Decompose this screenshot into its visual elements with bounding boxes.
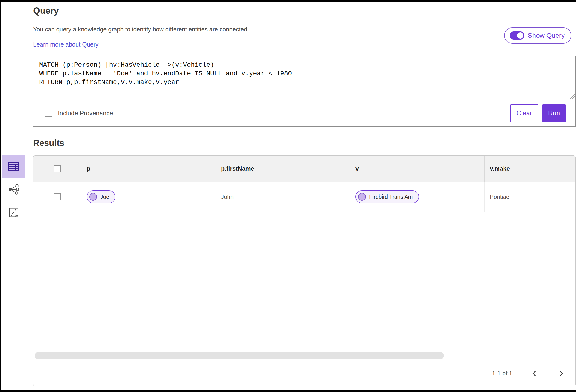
toggle-switch-icon bbox=[510, 31, 524, 40]
query-editor: MATCH (p:Person)-[hv:HasVehicle]->(v:Veh… bbox=[33, 56, 575, 100]
map-view-button[interactable] bbox=[2, 201, 25, 224]
horizontal-scrollbar-thumb[interactable] bbox=[34, 352, 444, 359]
entity-pill-person[interactable]: Joe bbox=[87, 190, 115, 203]
include-provenance-option[interactable]: Include Provenance bbox=[45, 109, 113, 117]
query-panel: MATCH (p:Person)-[hv:HasVehicle]->(v:Veh… bbox=[33, 56, 576, 126]
row-select-cell bbox=[33, 182, 81, 212]
page-description: You can query a knowledge graph to ident… bbox=[33, 26, 393, 33]
column-header-v-make[interactable]: v.make bbox=[485, 155, 575, 182]
include-provenance-checkbox[interactable] bbox=[45, 110, 52, 117]
show-query-toggle[interactable]: Show Query bbox=[504, 27, 572, 44]
entity-avatar-icon bbox=[358, 193, 366, 201]
resize-handle-icon[interactable] bbox=[570, 94, 575, 99]
column-header-p-firstname[interactable]: p.firstName bbox=[216, 155, 350, 182]
entity-avatar-icon bbox=[89, 193, 97, 201]
cell-p: Joe bbox=[81, 182, 216, 212]
view-rail bbox=[1, 155, 33, 386]
results-title: Results bbox=[33, 138, 576, 148]
cell-firstname-value: John bbox=[221, 193, 233, 200]
map-icon bbox=[9, 207, 19, 218]
entity-pill-label: Joe bbox=[100, 194, 109, 200]
table-row: Joe John Firebird Trans Am Pontiac bbox=[33, 182, 575, 212]
previous-page-button[interactable] bbox=[530, 369, 539, 378]
entity-pill-vehicle[interactable]: Firebird Trans Am bbox=[355, 190, 419, 203]
chevron-left-icon bbox=[531, 370, 538, 377]
toggle-knob bbox=[517, 32, 523, 39]
table-header-row: p p.firstName v v.make bbox=[33, 155, 575, 182]
learn-more-link[interactable]: Learn more about Query bbox=[33, 41, 98, 48]
cell-firstname: John bbox=[216, 182, 350, 212]
column-header-v[interactable]: v bbox=[350, 155, 485, 182]
table-icon bbox=[8, 161, 19, 172]
chevron-right-icon bbox=[558, 370, 564, 377]
cell-v: Firebird Trans Am bbox=[350, 182, 485, 212]
cell-make-value: Pontiac bbox=[490, 193, 509, 200]
clear-button[interactable]: Clear bbox=[511, 104, 538, 122]
network-view-button[interactable] bbox=[2, 178, 25, 201]
show-query-label: Show Query bbox=[528, 32, 565, 39]
query-footer: Include Provenance Clear Run bbox=[33, 100, 575, 126]
select-all-checkbox[interactable] bbox=[54, 165, 61, 172]
horizontal-scrollbar bbox=[33, 352, 575, 361]
include-provenance-label: Include Provenance bbox=[58, 109, 113, 117]
pagination-range: 1-1 of 1 bbox=[492, 370, 512, 377]
query-page: Query You can query a knowledge graph to… bbox=[0, 0, 576, 392]
entity-pill-label: Firebird Trans Am bbox=[369, 194, 413, 200]
select-all-cell bbox=[33, 155, 81, 182]
page-title: Query bbox=[33, 6, 576, 16]
table-view-button[interactable] bbox=[2, 155, 25, 178]
results-region: p p.firstName v v.make Joe John bbox=[1, 155, 576, 386]
next-page-button[interactable] bbox=[557, 369, 565, 378]
pagination-bar: 1-1 of 1 bbox=[33, 361, 575, 386]
column-header-p[interactable]: p bbox=[81, 155, 216, 182]
network-icon bbox=[8, 184, 19, 196]
run-button[interactable]: Run bbox=[542, 104, 566, 122]
table-empty-area bbox=[33, 212, 575, 352]
results-table-card: p p.firstName v v.make Joe John bbox=[33, 155, 576, 386]
row-checkbox[interactable] bbox=[54, 193, 61, 200]
query-input[interactable]: MATCH (p:Person)-[hv:HasVehicle]->(v:Veh… bbox=[33, 56, 575, 100]
cell-make: Pontiac bbox=[485, 182, 575, 212]
